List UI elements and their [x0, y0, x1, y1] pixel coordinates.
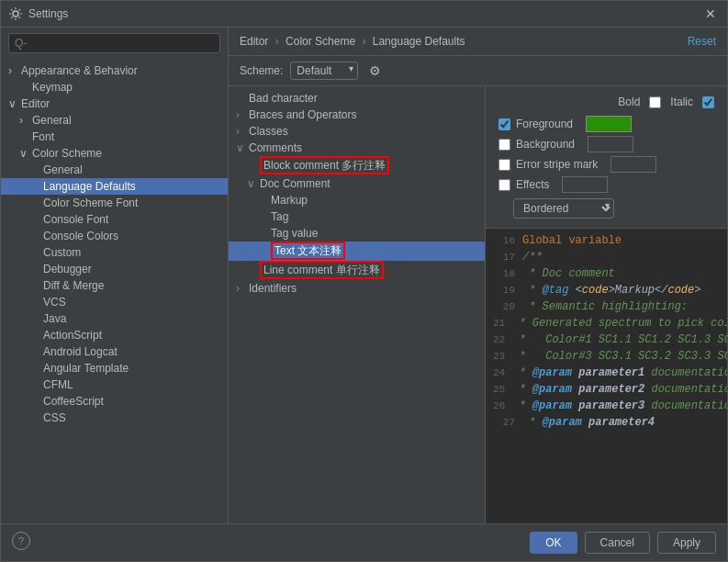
effects-row: Effects — [498, 176, 714, 193]
options-panel: Bold Italic Foreground Backgrou — [486, 86, 727, 229]
sidebar-item-debugger[interactable]: Debugger — [1, 261, 228, 277]
expand-arrow: ∨ — [8, 97, 19, 110]
et-markup[interactable]: Markup — [229, 192, 485, 208]
sidebar-item-console-colors[interactable]: Console Colors — [1, 228, 228, 244]
et-tag[interactable]: Tag — [229, 208, 485, 225]
et-classes[interactable]: › Classes — [229, 123, 485, 140]
sidebar-item-java[interactable]: Java — [1, 310, 228, 327]
sidebar-item-cs-font[interactable]: Color Scheme Font — [1, 195, 228, 211]
sidebar: › Appearance & Behavior Keymap ∨ Editor … — [1, 28, 229, 523]
background-checkbox[interactable] — [498, 139, 510, 151]
sidebar-item-general[interactable]: › General — [1, 112, 228, 129]
et-text[interactable]: Text 文本注释 — [229, 242, 485, 261]
sidebar-item-diff-merge[interactable]: Diff & Merge — [1, 277, 228, 294]
et-line-comment[interactable]: Line comment 单行注释 - — [229, 261, 485, 280]
et-doc-comment[interactable]: ∨ Doc Comment — [229, 175, 485, 192]
code-line-19: 19 * @tag <code>Markup</code> — [486, 282, 727, 298]
sidebar-item-custom[interactable]: Custom — [1, 244, 228, 261]
italic-label: Italic — [670, 96, 693, 108]
main-panel: Editor › Color Scheme › Language Default… — [229, 28, 727, 523]
sidebar-item-angular-template[interactable]: Angular Template — [1, 360, 228, 377]
code-line-24: 24 * @param parameter1 documentation — [486, 365, 727, 381]
svg-point-0 — [13, 11, 18, 17]
sidebar-item-font[interactable]: Font — [1, 129, 228, 145]
dialog-footer: ? OK Cancel Apply — [1, 523, 727, 561]
scheme-tree-panel: Bad character › Braces and Operators › C… — [229, 86, 486, 523]
sidebar-item-cs-general[interactable]: General — [1, 162, 228, 178]
bold-checkbox[interactable] — [649, 96, 661, 108]
apply-button[interactable]: Apply — [657, 532, 716, 554]
sidebar-item-appearance[interactable]: › Appearance & Behavior — [1, 62, 228, 79]
code-line-17: 17 /** — [486, 249, 727, 265]
code-line-16: 16 Global variable — [486, 232, 727, 249]
scheme-bar: Scheme: Default Darcula Monokai ⚙ — [229, 56, 727, 86]
scheme-label: Scheme: — [240, 64, 283, 77]
foreground-row: Foreground — [498, 116, 714, 132]
et-braces[interactable]: › Braces and Operators — [229, 107, 485, 123]
breadcrumb: Editor › Color Scheme › Language Default… — [240, 35, 465, 48]
background-color-swatch[interactable] — [588, 136, 633, 152]
breadcrumb-bar: Editor › Color Scheme › Language Default… — [229, 28, 727, 56]
sidebar-item-css[interactable]: CSS — [1, 410, 228, 426]
error-stripe-row: Error stripe mark — [498, 156, 714, 173]
effects-select[interactable]: Bordered Underscored Underwaved — [513, 198, 614, 219]
cancel-button[interactable]: Cancel — [585, 532, 650, 554]
help-button[interactable]: ? — [12, 532, 30, 550]
code-line-21: 21 * Generated spectrum to pick colors f… — [486, 315, 727, 332]
sidebar-item-lang-defaults[interactable]: Language Defaults — [1, 178, 228, 195]
sidebar-item-console-font[interactable]: Console Font — [1, 211, 228, 228]
error-stripe-color-swatch[interactable] — [610, 156, 656, 173]
settings-dialog: Settings ✕ › Appearance & Behavior Keyma… — [0, 0, 728, 562]
sidebar-item-android-logcat[interactable]: Android Logcat — [1, 343, 228, 360]
effects-select-wrapper: Bordered Underscored Underwaved — [513, 198, 614, 219]
gear-button[interactable]: ⚙ — [365, 62, 385, 80]
code-line-20: 20 * Semantic highlighting: — [486, 298, 727, 315]
code-line-18: 18 * Doc comment — [486, 265, 727, 282]
background-row: Background — [498, 136, 714, 152]
error-stripe-label: Error stripe mark — [516, 158, 598, 171]
scheme-select[interactable]: Default Darcula Monokai — [290, 62, 358, 80]
window-title: Settings — [28, 7, 701, 20]
close-button[interactable]: ✕ — [701, 6, 720, 21]
right-panel: Bold Italic Foreground Backgrou — [486, 86, 727, 523]
et-block-comment[interactable]: Block comment 多行注释 — [229, 156, 485, 175]
effects-label: Effects — [516, 178, 549, 191]
foreground-checkbox[interactable] — [498, 118, 510, 130]
sidebar-item-vcs[interactable]: VCS — [1, 294, 228, 310]
search-box[interactable] — [8, 33, 220, 53]
sidebar-item-editor[interactable]: ∨ Editor — [1, 96, 228, 112]
sidebar-item-cfml[interactable]: CFML — [1, 377, 228, 393]
sidebar-item-keymap[interactable]: Keymap — [1, 79, 228, 96]
sidebar-item-actionscript[interactable]: ActionScript — [1, 327, 228, 343]
foreground-label: Foreground — [516, 118, 573, 130]
effects-checkbox[interactable] — [498, 179, 510, 191]
sidebar-item-coffeescript[interactable]: CoffeeScript — [1, 393, 228, 410]
foreground-color-swatch[interactable] — [586, 116, 632, 132]
preview-panel: 16 Global variable 17 /** 18 * Doc comme… — [486, 229, 727, 523]
et-identifiers[interactable]: › Identifiers — [229, 280, 485, 297]
code-line-27: 27 * @param parameter4 — [486, 414, 727, 431]
settings-icon — [8, 6, 23, 21]
ok-button[interactable]: OK — [530, 532, 577, 554]
code-line-25: 25 * @param parameter2 documentation — [486, 381, 727, 398]
sidebar-item-colorscheme[interactable]: ∨ Color Scheme — [1, 145, 228, 162]
et-comments[interactable]: ∨ Comments — [229, 140, 485, 156]
sidebar-tree: › Appearance & Behavior Keymap ∨ Editor … — [1, 59, 228, 523]
effects-color-swatch[interactable] — [562, 176, 608, 193]
bold-label: Bold — [618, 96, 640, 108]
background-label: Background — [516, 138, 575, 151]
italic-checkbox[interactable] — [702, 96, 714, 108]
search-input[interactable] — [15, 37, 214, 50]
expand-arrow: › — [8, 64, 19, 77]
et-tag-value[interactable]: Tag value — [229, 225, 485, 242]
error-stripe-checkbox[interactable] — [498, 159, 510, 171]
reset-link[interactable]: Reset — [688, 35, 716, 48]
et-bad-char[interactable]: Bad character — [229, 90, 485, 107]
code-line-26: 26 * @param parameter3 documentation — [486, 398, 727, 414]
title-bar: Settings ✕ — [1, 1, 727, 28]
editor-area: Bad character › Braces and Operators › C… — [229, 86, 727, 523]
scheme-select-wrapper: Default Darcula Monokai — [290, 62, 358, 80]
code-line-23: 23 * Color#3 SC3.1 SC3.2 SC3.3 SC3.4 Col… — [486, 348, 727, 365]
code-line-22: 22 * Color#1 SC1.1 SC1.2 SC1.3 SC1.4 Col… — [486, 332, 727, 348]
